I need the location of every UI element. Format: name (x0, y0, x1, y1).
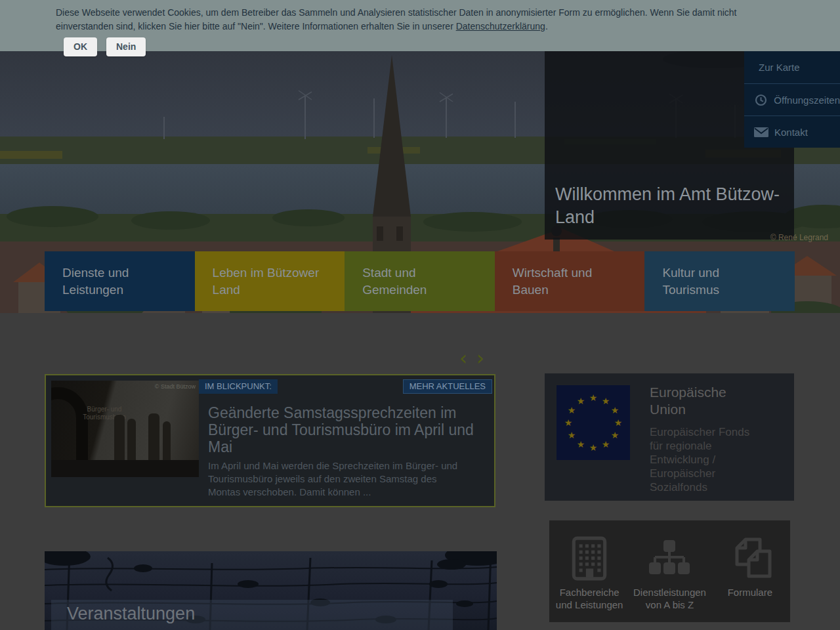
shortcut-formulare[interactable]: Formulare (710, 520, 790, 622)
privacy-policy-link[interactable]: Datenschutzerklärung (456, 21, 545, 32)
clock-icon (753, 94, 768, 106)
nav-tile-kultur-und-tourismus[interactable]: Kultur und Tourismus (644, 251, 795, 311)
shortcut-label: Formulare (728, 586, 772, 598)
page: Willkommen im Amt Bützow-Land © René Leg… (0, 0, 840, 630)
nav-tile-stadt-und-gemeinden[interactable]: Stadt und Gemeinden (345, 251, 495, 311)
nav-tile-label: Stadt und Gemeinden (362, 264, 471, 299)
svg-text:★: ★ (577, 396, 585, 406)
svg-text:★: ★ (564, 417, 573, 428)
events-title: Veranstaltungen (67, 604, 195, 624)
quicklink-kontakt[interactable]: Kontakt (744, 116, 840, 148)
floor-shape (51, 460, 199, 477)
cookie-text-period: . (545, 21, 548, 32)
svg-text:★: ★ (602, 396, 610, 406)
carousel-prev-icon[interactable]: ‹ (459, 348, 467, 368)
news-teaser: Im April und Mai werden die Sprechzeiten… (208, 459, 459, 499)
nav-tile-label: Kultur und Tourismus (662, 264, 770, 299)
documents-icon (728, 531, 772, 586)
svg-text:★: ★ (614, 417, 623, 428)
silhouette (114, 415, 125, 467)
shortcut-label: Fachbereiche und Leistungen (552, 586, 627, 611)
envelope-icon (753, 127, 769, 137)
svg-text:★: ★ (577, 439, 585, 450)
shortcut-dienstleistungen-a-z[interactable]: Dienstleistungen von A bis Z (629, 520, 709, 622)
svg-text:★: ★ (589, 392, 598, 403)
silhouette (148, 413, 159, 467)
carousel-controls: ‹ › (459, 348, 501, 368)
cookie-nein-button[interactable]: Nein (106, 37, 146, 56)
nav-tile-label: Wirtschaft und Bauen (513, 264, 621, 299)
shortcut-label: Dienstleistungen von A bis Z (632, 586, 707, 611)
sitemap-icon (648, 531, 691, 586)
quicklink-label: Öffnungszeiten (774, 94, 840, 106)
eu-title: Europäische Union (650, 384, 748, 418)
nav-tile-wirtschaft-und-bauen[interactable]: Wirtschaft und Bauen (495, 251, 645, 311)
nav-tile-dienste-und-leistungen[interactable]: Dienste und Leistungen (45, 251, 195, 311)
eu-text-block: Europäische Union Europäischer Fonds für… (650, 384, 784, 494)
cookie-text-main: Diese Webseite verwendet Cookies, um dem… (56, 7, 737, 32)
events-section[interactable]: Veranstaltungen (45, 551, 497, 630)
svg-text:★: ★ (611, 430, 620, 440)
eu-funding-box: ★★★ ★★★ ★★★ ★★★ Europäische Union Europä… (545, 373, 794, 501)
svg-text:★: ★ (568, 430, 576, 440)
svg-text:★: ★ (611, 405, 620, 415)
cookie-text: Diese Webseite verwendet Cookies, um dem… (56, 6, 781, 33)
nav-tile-label: Dienste und Leistungen (62, 264, 171, 299)
cookie-banner: Diese Webseite verwendet Cookies, um dem… (0, 0, 840, 51)
quicklink-label: Kontakt (774, 127, 808, 138)
shortcuts-panel: Fachbereiche und Leistungen Dienstleistu… (549, 520, 790, 622)
page-title: Willkommen im Amt Bützow-Land (555, 183, 805, 229)
nav-tile-leben-im-buetzower-land[interactable]: Leben im Bützower Land (195, 251, 345, 311)
building-icon (569, 531, 610, 586)
svg-text:★: ★ (568, 405, 576, 415)
shortcut-fachbereiche[interactable]: Fachbereiche und Leistungen (549, 520, 629, 622)
more-news-button[interactable]: MEHR AKTUELLES (403, 379, 492, 394)
cookie-ok-button[interactable]: OK (64, 37, 97, 56)
photo-credit: © René Legrand (770, 233, 828, 242)
quicklink-oeffnungszeiten[interactable]: Öffnungszeiten (744, 83, 840, 116)
news-card: Bürger- und Tourismusbüro © Stadt Bützow… (45, 374, 495, 507)
carousel-next-icon[interactable]: › (476, 348, 484, 368)
news-image[interactable]: Bürger- und Tourismusbüro © Stadt Bützow (51, 381, 199, 477)
news-kicker-badge: IM BLICKPUNKT: (199, 379, 278, 394)
svg-text:★: ★ (589, 442, 598, 453)
news-headline[interactable]: Geänderte Samstagssprechzeiten im Bürger… (208, 404, 490, 455)
news-image-credit: © Stadt Bützow (155, 383, 196, 390)
eu-subtitle: Europäischer Fonds für regionale Entwick… (650, 425, 784, 494)
quicklinks-box: Zur Karte Öffnungszeiten Kontakt (744, 51, 840, 148)
nav-tile-label: Leben im Bützower Land (213, 264, 321, 299)
events-title-strip: Veranstaltungen (51, 600, 453, 630)
main-navigation: Dienste und Leistungen Leben im Bützower… (45, 251, 795, 311)
eu-flag-icon: ★★★ ★★★ ★★★ ★★★ (556, 385, 630, 460)
svg-text:★: ★ (602, 439, 610, 450)
quicklink-label: Zur Karte (759, 62, 800, 73)
